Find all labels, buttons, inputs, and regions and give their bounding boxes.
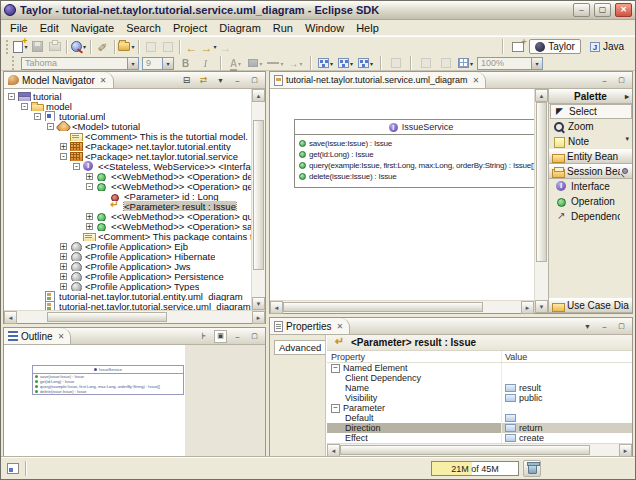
minimize-view-icon[interactable]: –: [231, 330, 244, 343]
tree-item[interactable]: <Parameter> id : Long: [6, 191, 251, 201]
tree-item[interactable]: + <Profile Application> Types: [6, 281, 251, 291]
property-row[interactable]: Named Element: [327, 363, 632, 373]
grid-button[interactable]: ▾: [457, 54, 474, 72]
palette-item-trail-icon[interactable]: [620, 137, 629, 146]
maximize-view-icon[interactable]: ▢: [615, 320, 628, 333]
uml-operation[interactable]: get(id:Long) : Issue: [299, 149, 534, 160]
expander-icon[interactable]: -: [73, 163, 80, 170]
toggle-mark-button[interactable]: [142, 38, 159, 56]
font-size-combo[interactable]: 9▾: [142, 57, 174, 70]
uml-operation[interactable]: delete(issue:Issue) : Issue: [299, 171, 534, 182]
open-element-button[interactable]: ▾: [118, 38, 135, 56]
scroll-left-icon[interactable]: ◄: [4, 311, 17, 324]
arrow-type-button[interactable]: →▾: [287, 54, 304, 72]
collapse-all-icon[interactable]: ⊟: [180, 74, 193, 87]
palette-item[interactable]: Session Bean Di...: [549, 164, 632, 179]
column-value[interactable]: Value: [502, 351, 632, 362]
expander-icon[interactable]: +: [60, 273, 67, 280]
tree-item[interactable]: - <Model> tutorial: [6, 121, 251, 131]
outline-overview[interactable]: IssueService save(issue:Issue) : Issue: [4, 345, 265, 456]
menu-item[interactable]: Search: [120, 21, 167, 35]
maximize-view-icon[interactable]: ▢: [248, 74, 261, 87]
scrollbar-thumb[interactable]: [47, 312, 167, 322]
menu-item[interactable]: Help: [350, 21, 385, 35]
tab-properties[interactable]: Properties ✕: [270, 318, 350, 334]
tree-item[interactable]: tutorial-net.taylor.tutorial.entity.uml_…: [6, 291, 251, 301]
combo-dropdown-icon[interactable]: ▾: [162, 58, 173, 69]
scroll-right-icon[interactable]: ►: [252, 311, 265, 324]
arrange-button[interactable]: ▾: [357, 54, 374, 72]
close-icon[interactable]: ✕: [100, 76, 107, 85]
close-icon[interactable]: ✕: [58, 332, 65, 341]
menu-item[interactable]: Navigate: [65, 21, 120, 35]
scroll-up-icon[interactable]: ▲: [535, 89, 548, 102]
palette-item-trail-icon[interactable]: [620, 122, 629, 131]
palette-item-trail-icon[interactable]: [620, 182, 629, 191]
tree-item[interactable]: + <<WebMethod>> <Operation> query (examp…: [6, 211, 251, 221]
perspective-java[interactable]: J Java: [584, 39, 630, 54]
property-row[interactable]: Client Dependency: [327, 373, 632, 383]
toolbar-handle[interactable]: [12, 56, 15, 70]
property-row[interactable]: Visibility public: [327, 393, 632, 403]
scroll-left-icon[interactable]: ◄: [270, 301, 283, 314]
expander-icon[interactable]: +: [60, 283, 67, 290]
tree-item[interactable]: - tutorial: [6, 91, 251, 101]
font-name-combo[interactable]: Tahoma▾: [21, 57, 139, 70]
scrollbar-thumb[interactable]: [253, 120, 264, 270]
minimize-view-icon[interactable]: –: [598, 74, 611, 87]
zoom-out-button[interactable]: [437, 54, 454, 72]
property-row[interactable]: Default: [327, 413, 632, 423]
toolbar-handle[interactable]: [6, 40, 9, 54]
column-property[interactable]: Property: [327, 351, 502, 362]
title-bar[interactable]: Taylor - tutorial-net.taylor.tutorial.se…: [1, 1, 635, 20]
tree-item[interactable]: + <Profile Application> Hibernate: [6, 251, 251, 261]
palette-item-trail-icon[interactable]: [620, 167, 629, 176]
tree-item[interactable]: + <Package> net.taylor.tutorial.entity: [6, 141, 251, 151]
new-wizard-button[interactable]: ▾: [12, 38, 29, 56]
palette-item-trail-icon[interactable]: [619, 107, 628, 116]
view-menu-icon[interactable]: ▼: [581, 320, 594, 333]
tree-item[interactable]: <Comment> This package contains the Sess…: [6, 231, 251, 241]
scroll-up-icon[interactable]: ▲: [252, 89, 265, 102]
palette-drawer-use-case[interactable]: Use Case Diagram: [549, 298, 632, 313]
scrollbar-thumb[interactable]: [283, 302, 483, 312]
back-button[interactable]: [183, 38, 200, 56]
scroll-right-icon[interactable]: ►: [521, 301, 534, 314]
scrollbar-thumb[interactable]: [340, 445, 590, 455]
menu-item[interactable]: Window: [299, 21, 350, 35]
palette-item-trail-icon[interactable]: [620, 197, 629, 206]
expander-icon[interactable]: -: [8, 93, 15, 100]
expander-icon[interactable]: +: [60, 263, 67, 270]
garbage-collect-button[interactable]: [523, 460, 541, 477]
menu-item[interactable]: Diagram: [213, 21, 267, 35]
minimize-view-icon[interactable]: –: [598, 320, 611, 333]
tree-item[interactable]: + <Profile Application> Jws: [6, 261, 251, 271]
uml-operation[interactable]: save(issue:Issue) : Issue: [299, 138, 534, 149]
menu-item[interactable]: Project: [167, 21, 213, 35]
expander-icon[interactable]: -: [86, 183, 93, 190]
menu-item[interactable]: Run: [267, 21, 299, 35]
line-color-button[interactable]: ▾: [267, 54, 284, 72]
expander-icon[interactable]: +: [86, 223, 93, 230]
combo-dropdown-icon[interactable]: ▾: [127, 58, 138, 69]
scroll-right-icon[interactable]: ►: [619, 444, 632, 457]
property-row[interactable]: Direction return: [327, 423, 632, 433]
maximize-button[interactable]: ▢: [594, 3, 611, 17]
outline-overview-mode-icon[interactable]: ▣: [214, 330, 227, 343]
align-button[interactable]: ▾: [337, 54, 354, 72]
expander-icon[interactable]: -: [21, 103, 28, 110]
menu-item[interactable]: Edit: [34, 21, 65, 35]
outline-tree-mode-icon[interactable]: ⊦: [197, 330, 210, 343]
maximize-view-icon[interactable]: ▢: [615, 74, 628, 87]
fast-view-icon[interactable]: [7, 463, 19, 474]
expander-icon[interactable]: -: [47, 123, 54, 130]
palette-item[interactable]: Operation: [549, 194, 632, 209]
expander-icon[interactable]: -: [34, 113, 41, 120]
toggle-breadcrumb-button[interactable]: [159, 38, 176, 56]
editor-vertical-scrollbar[interactable]: ▲ ▼: [534, 89, 548, 313]
next-edit-button[interactable]: [217, 38, 234, 56]
expander-icon[interactable]: +: [60, 143, 67, 150]
navigator-horizontal-scrollbar[interactable]: ◄ ►: [4, 310, 265, 323]
tab-model-navigator[interactable]: Model Navigator ✕: [4, 72, 114, 88]
tree-item[interactable]: <Comment> This is the tutortial model.: [6, 131, 251, 141]
